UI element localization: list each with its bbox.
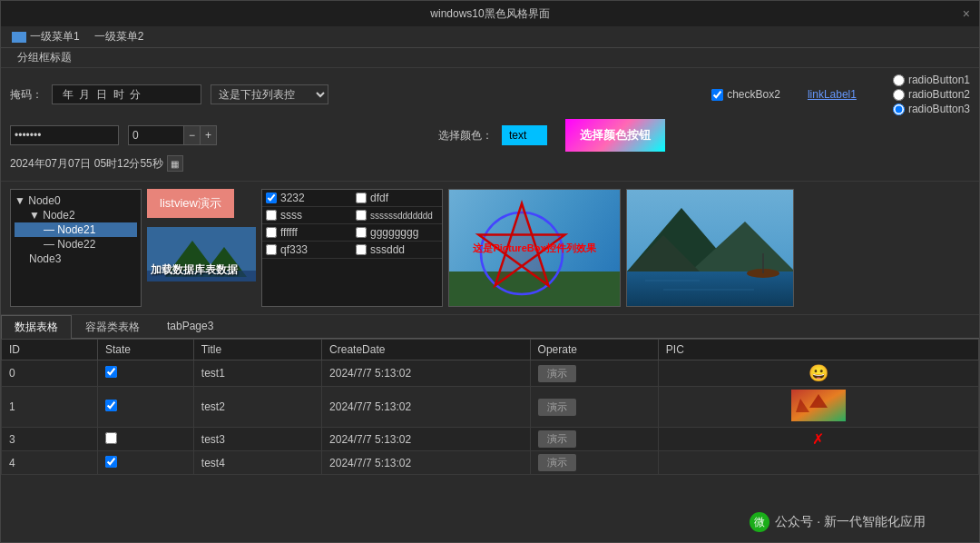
radio2[interactable] (893, 89, 905, 101)
cell-state (97, 387, 193, 428)
tree-node-2[interactable]: ▼ Node2 (15, 208, 137, 222)
tab-container-table[interactable]: 容器类表格 (72, 315, 153, 339)
watermark: 微 公众号 · 新一代智能化应用 (750, 512, 926, 532)
cell-pic-3: ✗ (658, 428, 978, 451)
title-bar: windows10黑色风格界面 × (1, 1, 979, 26)
menu-item-2[interactable]: 一级菜单2 (87, 27, 152, 46)
watermark-text: 公众号 · 新一代智能化应用 (775, 514, 926, 530)
close-button[interactable]: × (963, 6, 970, 21)
radio2-label: radioButton2 (908, 88, 970, 101)
row1-operate-btn[interactable]: 演示 (538, 399, 576, 416)
radio2-item: radioButton2 (893, 88, 970, 101)
datetime-display-area: 2024年07月07日 05时12分55秒 ▦ (10, 155, 183, 172)
cell-pic-4 (658, 451, 978, 475)
menu-bar: 一级菜单1 一级菜单2 (1, 26, 979, 48)
checkbox2[interactable] (711, 89, 723, 101)
check-gggg[interactable] (356, 227, 367, 238)
table-header-row: ID State Title CreateDate Operate PIC (2, 340, 979, 360)
add-data-label: 加载数据库表数据 (151, 262, 238, 278)
row0-operate-btn[interactable]: 演示 (538, 365, 576, 382)
controls-row-1: 掩码： 这是下拉列表控 checkBox2 linkLabel1 radioBu… (10, 74, 970, 115)
row1-state-check[interactable] (105, 400, 117, 411)
controls-row-2: − + 选择颜色： text 选择颜色按钮 (10, 119, 970, 152)
color-selector-label: 选择颜色： (438, 128, 493, 143)
listview-button[interactable]: listview演示 (147, 189, 234, 218)
star-canvas (449, 190, 621, 307)
check-ssss[interactable] (266, 210, 277, 221)
cell-date: 2024/7/7 5:13:02 (322, 387, 531, 428)
radio3-item: radioButton3 (893, 103, 970, 115)
cell-id: 3 (2, 428, 98, 451)
checklist-item-sss: ssssssddddddd (352, 207, 442, 224)
color-textbox[interactable]: text (502, 125, 547, 145)
col-title: Title (193, 340, 321, 360)
check-sss[interactable] (356, 210, 367, 221)
col-operate: Operate (530, 340, 658, 360)
radio1[interactable] (893, 74, 905, 86)
datetime-label: 掩码： (10, 87, 43, 103)
dropdown-select[interactable]: 这是下拉列表控 (211, 84, 328, 104)
tree-node-21[interactable]: — Node21 (15, 222, 137, 237)
checklist-item-gggg: gggggggg (352, 224, 442, 242)
table-row: 0 test1 2024/7/7 5:13:02 演示 😀 (2, 360, 979, 387)
radio3-label: radioButton3 (908, 103, 970, 115)
checklist-item-qf333: qf333 (262, 242, 352, 259)
cell-title: test3 (193, 428, 321, 451)
table-row: 3 test3 2024/7/7 5:13:02 演示 ✗ (2, 428, 979, 451)
row4-state-check[interactable] (105, 456, 117, 468)
radio1-label: radioButton1 (908, 74, 970, 86)
col-pic: PIC (658, 340, 978, 360)
radio-group: radioButton1 radioButton2 radioButton3 (893, 74, 970, 115)
row0-state-check[interactable] (105, 366, 117, 378)
menu-item-1[interactable]: 一级菜单1 (5, 27, 87, 46)
numeric-minus-btn[interactable]: − (183, 126, 200, 144)
cell-pic-1 (658, 387, 978, 428)
middle-col2: listview演示 加载数据库表数据 (147, 189, 256, 307)
tree-node-3[interactable]: Node3 (15, 252, 137, 266)
check-dfdf[interactable] (356, 193, 367, 203)
numeric-plus-btn[interactable]: + (200, 126, 216, 144)
tree-node-0[interactable]: ▼ Node0 (15, 193, 137, 208)
checklist-grid: 3232 dfdf ssss ssssssddddddd (262, 190, 442, 259)
datetime-display-text: 2024年07月07日 05时12分55秒 (10, 156, 163, 172)
checkbox2-label: checkBox2 (727, 88, 780, 101)
check-ffffff[interactable] (266, 227, 277, 238)
linklabel1[interactable]: linkLabel1 (808, 88, 857, 101)
add-data-image[interactable]: 加载数据库表数据 (147, 227, 256, 281)
thumbnail-svg (791, 390, 846, 421)
tab-data-table[interactable]: 数据表格 (1, 315, 72, 339)
tab-area: 数据表格 容器类表格 tabPage3 ID State Title Creat… (1, 315, 979, 542)
error-icon: ✗ (812, 431, 824, 447)
mountain-svg (627, 190, 794, 307)
row3-state-check[interactable] (105, 432, 117, 444)
cell-state (97, 451, 193, 475)
controls-row-3: 2024年07月07日 05时12分55秒 ▦ (10, 155, 970, 172)
check-3232[interactable] (266, 193, 277, 203)
wechat-icon: 微 (750, 512, 769, 532)
mountain-scene (627, 190, 793, 306)
cell-title: test1 (193, 360, 321, 387)
cell-operate: 演示 (530, 387, 658, 428)
checklist-box: 3232 dfdf ssss ssssssddddddd (261, 189, 443, 307)
numeric-value[interactable] (129, 126, 183, 144)
datetime-input[interactable] (52, 84, 201, 104)
tree-node-22[interactable]: — Node22 (15, 237, 137, 252)
tree-view[interactable]: ▼ Node0 ▼ Node2 — Node21 — Node22 Node3 (10, 189, 142, 307)
middle-section: ▼ Node0 ▼ Node2 — Node21 — Node22 Node3 … (1, 182, 979, 315)
password-input[interactable] (10, 125, 119, 145)
row3-operate-btn[interactable]: 演示 (538, 430, 576, 448)
check-qf333[interactable] (266, 244, 277, 255)
cell-id: 0 (2, 360, 98, 387)
choose-color-button[interactable]: 选择颜色按钮 (565, 119, 665, 152)
checklist-item-ssss: ssss (262, 207, 352, 224)
window-title: windows10黑色风格界面 (430, 6, 549, 22)
cell-id: 4 (2, 451, 98, 475)
check-sssddd[interactable] (356, 244, 367, 255)
cell-date: 2024/7/7 5:13:02 (322, 360, 531, 387)
checklist-item-sssddd: sssddd (352, 242, 442, 259)
groupbox-label: 分组框标题 (10, 49, 79, 65)
row4-operate-btn[interactable]: 演示 (538, 454, 576, 471)
radio3[interactable] (893, 104, 905, 115)
calendar-icon[interactable]: ▦ (167, 155, 183, 172)
tab-page3[interactable]: tabPage3 (153, 315, 227, 339)
